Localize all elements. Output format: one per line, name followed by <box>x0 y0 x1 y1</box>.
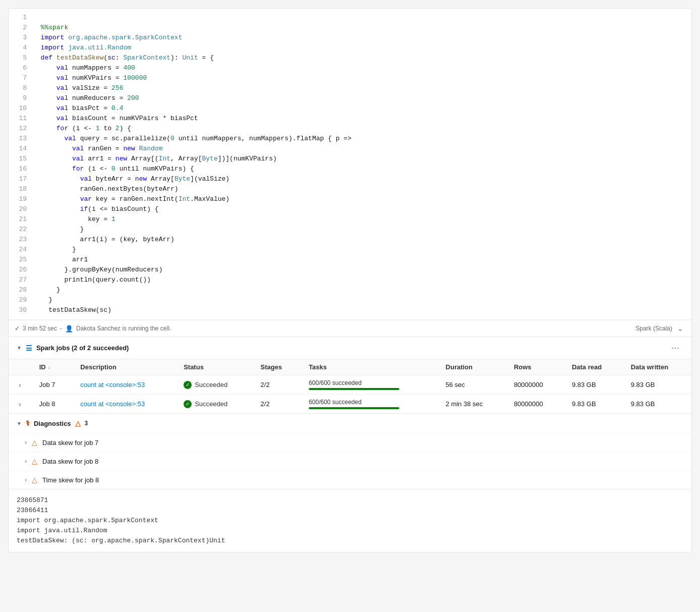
diag-item2-warning-icon: △ <box>32 476 37 484</box>
row2-expand-cell: › <box>9 395 31 414</box>
cell-runtime: Spark (Scala) <box>635 325 672 332</box>
diagnostic-item-2[interactable]: › △ Time skew for job 8 <box>9 470 691 489</box>
diagnostics-count: 3 <box>85 420 88 427</box>
row1-progress-bar <box>309 388 399 390</box>
row2-tasks-text: 600/600 succeeded <box>309 399 429 406</box>
code-line-10: 10 val biasPct = 0.4 <box>9 103 691 114</box>
output-line-2: import org.apache.spark.SparkContext <box>17 516 683 526</box>
code-line-24: 24 } <box>9 245 691 255</box>
cell-footer: ✓ 3 min 52 sec - 👤 Dakota Sanchez is run… <box>9 320 691 337</box>
row2-stages: 2/2 <box>253 395 301 414</box>
col-description: Description <box>72 359 176 375</box>
code-line-6: 6 val numMappers = 400 <box>9 63 691 73</box>
row2-data-written: 9.83 GB <box>623 395 691 414</box>
diag-item0-warning-icon: △ <box>32 438 37 447</box>
row1-status-badge: ✓ Succeeded <box>184 381 244 389</box>
cell-execution-time: 3 min 52 sec <box>23 325 57 332</box>
code-line-28: 28 } <box>9 285 691 295</box>
code-line-1: 1 <box>9 13 691 23</box>
row2-status: ✓ Succeeded <box>176 395 252 414</box>
diagnostics-header[interactable]: ▼ ⚕ Diagnostics △ 3 <box>9 414 691 433</box>
code-line-26: 26 }.groupByKey(numReducers) <box>9 265 691 275</box>
spark-jobs-table: ID ↓ Description Status Stages Tasks Dur… <box>9 359 691 413</box>
row2-progress-fill <box>309 407 399 409</box>
row1-status-label: Succeeded <box>195 381 227 388</box>
code-line-3: 3 import org.apache.spark.SparkContext <box>9 33 691 43</box>
output-section: 23865871 23866411 import org.apache.spar… <box>9 489 691 552</box>
row1-expand-button[interactable]: › <box>17 380 23 390</box>
row2-description: count at <console>:53 <box>72 395 176 414</box>
notebook-cell: 1 2 %%spark 3 import org.apache.spark.Sp… <box>8 8 692 552</box>
output-line-1: 23866411 <box>17 506 683 516</box>
diagnostics-warning-icon: △ <box>75 419 81 427</box>
diagnostics-section: ▼ ⚕ Diagnostics △ 3 › △ Data skew for jo… <box>9 413 691 489</box>
row1-expand-cell: › <box>9 375 31 395</box>
code-line-20: 20 if(i <= biasCount) { <box>9 204 691 214</box>
row1-description-link[interactable]: count at <console>:53 <box>80 381 145 388</box>
spark-jobs-header-left: ▼ ☰ Spark jobs (2 of 2 succeeded) <box>17 344 129 352</box>
code-line-15: 15 val arr1 = new Array[(Int, Array[Byte… <box>9 154 691 164</box>
col-duration: Duration <box>438 359 506 375</box>
row1-rows: 80000000 <box>506 375 564 395</box>
row2-duration: 2 min 38 sec <box>438 395 506 414</box>
diag-item0-label: Data skew for job 7 <box>42 439 98 447</box>
diagnostic-item-0[interactable]: › △ Data skew for job 7 <box>9 433 691 452</box>
code-line-18: 18 ranGen.nextBytes(byteArr) <box>9 184 691 194</box>
code-line-23: 23 arr1(i) = (key, byteArr) <box>9 235 691 245</box>
row2-description-link[interactable]: count at <console>:53 <box>80 400 145 408</box>
row1-data-written: 9.83 GB <box>623 375 691 395</box>
code-line-21: 21 key = 1 <box>9 214 691 225</box>
row2-status-badge: ✓ Succeeded <box>184 400 244 408</box>
code-line-8: 8 val valSize = 256 <box>9 83 691 93</box>
diag-item2-expand[interactable]: › <box>25 476 27 483</box>
diag-item0-expand[interactable]: › <box>25 439 27 446</box>
col-data-written: Data written <box>623 359 691 375</box>
row1-status: ✓ Succeeded <box>176 375 252 395</box>
output-line-4: testDataSkew: (sc: org.apache.spark.Spar… <box>17 536 683 546</box>
code-line-9: 9 val numReducers = 200 <box>9 93 691 103</box>
code-line-27: 27 println(query.count()) <box>9 275 691 285</box>
table-row: › Job 8 count at <console>:53 ✓ Succeede… <box>9 395 691 414</box>
col-status: Status <box>176 359 252 375</box>
diag-item1-expand[interactable]: › <box>25 458 27 465</box>
diagnostics-icon: ⚕ <box>26 419 30 428</box>
spark-jobs-more-button[interactable]: ⋯ <box>667 342 683 354</box>
code-line-17: 17 val byteArr = new Array[Byte](valSize… <box>9 174 691 184</box>
diagnostics-collapse-icon: ▼ <box>17 421 22 426</box>
code-line-11: 11 val biasCount = numKVPairs * biasPct <box>9 114 691 124</box>
row1-tasks: 600/600 succeeded <box>301 375 437 395</box>
code-line-29: 29 } <box>9 295 691 305</box>
col-rows: Rows <box>506 359 564 375</box>
runtime-expand-button[interactable]: ⌄ <box>675 323 685 333</box>
spark-jobs-header[interactable]: ▼ ☰ Spark jobs (2 of 2 succeeded) ⋯ <box>9 337 691 359</box>
row2-success-icon: ✓ <box>184 400 192 408</box>
row2-expand-button[interactable]: › <box>17 399 23 409</box>
code-line-16: 16 for (i <- 0 until numKVPairs) { <box>9 164 691 174</box>
code-line-19: 19 var key = ranGen.nextInt(Int.MaxValue… <box>9 194 691 204</box>
output-line-0: 23865871 <box>17 495 683 506</box>
code-editor: 1 2 %%spark 3 import org.apache.spark.Sp… <box>9 9 691 320</box>
spark-jobs-title: Spark jobs (2 of 2 succeeded) <box>36 344 129 352</box>
row2-data-read: 9.83 GB <box>564 395 623 414</box>
row2-rows: 80000000 <box>506 395 564 414</box>
id-sort-icon[interactable]: ↓ <box>48 364 50 370</box>
spark-jobs-section: ▼ ☰ Spark jobs (2 of 2 succeeded) ⋯ ID ↓… <box>9 337 691 413</box>
cell-running-user: Dakota Sanchez is running the cell. <box>76 325 171 332</box>
code-line-7: 7 val numKVPairs = 100000 <box>9 73 691 83</box>
row1-description: count at <console>:53 <box>72 375 176 395</box>
row1-tasks-text: 600/600 succeeded <box>309 379 429 386</box>
row1-data-read: 9.83 GB <box>564 375 623 395</box>
code-line-13: 13 val query = sc.parallelize(0 until nu… <box>9 134 691 144</box>
code-line-5: 5 def testDataSkew(sc: SparkContext): Un… <box>9 53 691 63</box>
spark-jobs-list-icon: ☰ <box>26 344 32 352</box>
row1-duration: 56 sec <box>438 375 506 395</box>
code-line-30: 30 testDataSkew(sc) <box>9 305 691 315</box>
diagnostic-item-1[interactable]: › △ Data skew for job 8 <box>9 452 691 470</box>
diagnostics-title: Diagnostics <box>34 420 71 427</box>
code-line-2: 2 %%spark <box>9 23 691 33</box>
table-header-row: ID ↓ Description Status Stages Tasks Dur… <box>9 359 691 375</box>
code-line-4: 4 import java.util.Random <box>9 43 691 53</box>
diag-item1-warning-icon: △ <box>32 457 37 465</box>
cell-footer-right: Spark (Scala) ⌄ <box>635 323 685 333</box>
diag-item2-label: Time skew for job 8 <box>42 476 99 484</box>
